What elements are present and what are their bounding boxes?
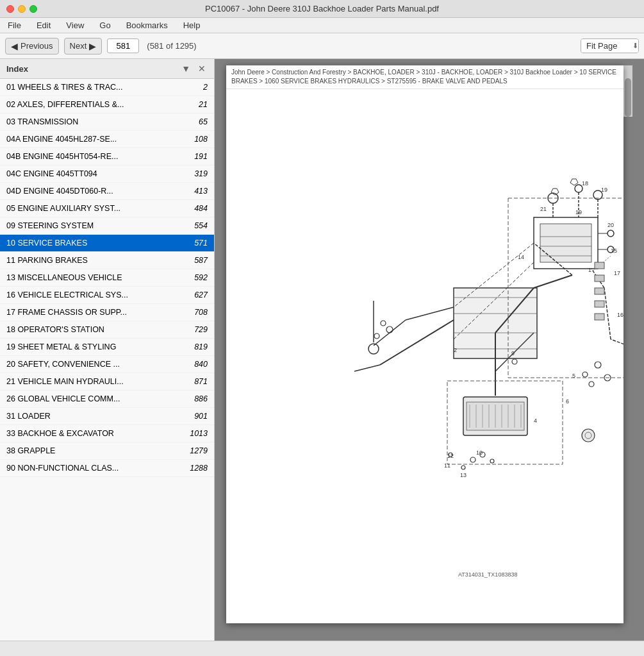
sidebar-item-8[interactable]: 09 STEERING SYSTEM554	[0, 217, 214, 235]
sidebar-close-icon[interactable]: ✕	[196, 63, 208, 74]
sidebar-item-18[interactable]: 26 GLOBAL VEHICLE COMM...886	[0, 391, 214, 408]
sidebar-item-page-15: 819	[185, 342, 208, 351]
sidebar-item-0[interactable]: 01 WHEELS & TIRES & TRAC...2	[0, 79, 214, 96]
page-number-input[interactable]	[107, 38, 139, 53]
toolbar: ◀ Previous Next ▶ (581 of 1295) Fit Page…	[0, 33, 644, 59]
menu-help[interactable]: Help	[181, 19, 203, 31]
sidebar-item-label-16: 20 SAFETY, CONVENIENCE ...	[6, 360, 185, 369]
sidebar-item-label-20: 33 BACKHOE & EXCAVATOR	[6, 429, 185, 438]
sidebar-item-label-14: 18 OPERATOR'S STATION	[6, 325, 185, 334]
sidebar-item-label-7: 05 ENGINE AUXILIARY SYST...	[6, 204, 185, 213]
sidebar-item-21[interactable]: 38 GRAPPLE1279	[0, 442, 214, 460]
sidebar-item-label-2: 03 TRANSMISSION	[6, 117, 185, 126]
sidebar-item-19[interactable]: 31 LOADER901	[0, 408, 214, 425]
scroll-thumb[interactable]	[625, 78, 631, 117]
sidebar-item-7[interactable]: 05 ENGINE AUXILIARY SYST...484	[0, 200, 214, 217]
next-arrow-icon: ▶	[89, 41, 96, 51]
sidebar-item-label-5: 04C ENGINE 4045TT094	[6, 169, 185, 178]
menu-bar: File Edit View Go Bookmarks Help	[0, 18, 644, 33]
main-layout: Index ▼ ✕ 01 WHEELS & TIRES & TRAC...202…	[0, 59, 644, 641]
sidebar-collapse-icon[interactable]: ▼	[179, 63, 192, 74]
svg-text:17: 17	[614, 270, 620, 276]
svg-rect-105	[595, 314, 604, 320]
maximize-button[interactable]	[29, 5, 37, 13]
minimize-button[interactable]	[18, 5, 26, 13]
svg-text:AT314031_TX1083838: AT314031_TX1083838	[458, 571, 517, 578]
svg-text:19: 19	[575, 209, 582, 215]
next-button[interactable]: Next ▶	[64, 38, 103, 55]
sidebar-item-page-3: 108	[185, 135, 208, 144]
menu-view[interactable]: View	[63, 19, 87, 31]
sidebar-item-page-1: 21	[185, 100, 208, 109]
sidebar-item-label-22: 90 NON-FUNCTIONAL CLAS...	[6, 464, 185, 473]
sidebar-item-14[interactable]: 18 OPERATOR'S STATION729	[0, 321, 214, 339]
menu-bookmarks[interactable]: Bookmarks	[124, 19, 170, 31]
sidebar-item-label-6: 04D ENGINE 4045DT060-R...	[6, 187, 185, 196]
svg-rect-103	[595, 288, 604, 294]
svg-text:18: 18	[582, 180, 588, 187]
traffic-lights	[6, 5, 37, 13]
fit-page-select[interactable]: Fit Page Fit Width 50% 75% 100% 150%	[581, 39, 639, 53]
pdf-page: John Deere > Construction And Forestry >…	[226, 65, 623, 623]
sidebar-item-13[interactable]: 17 FRAME CHASSIS OR SUPP...708	[0, 304, 214, 321]
sidebar-item-15[interactable]: 19 SHEET METAL & STYLING819	[0, 339, 214, 356]
sidebar-item-label-8: 09 STEERING SYSTEM	[6, 221, 185, 230]
scrollbar[interactable]	[623, 65, 632, 117]
close-button[interactable]	[6, 5, 14, 13]
svg-text:16: 16	[617, 312, 623, 318]
sidebar-item-page-17: 871	[185, 377, 208, 386]
sidebar-item-1[interactable]: 02 AXLES, DIFFERENTIALS &...21	[0, 96, 214, 114]
sidebar-item-page-7: 484	[185, 204, 208, 213]
sidebar-item-page-19: 901	[185, 412, 208, 421]
previous-label: Previous	[21, 41, 53, 51]
sidebar-item-label-3: 04A ENGINE 4045HL287-SE...	[6, 135, 185, 144]
previous-arrow-icon: ◀	[11, 41, 18, 51]
svg-rect-0	[226, 89, 623, 621]
svg-text:14: 14	[518, 254, 524, 260]
svg-text:10: 10	[476, 450, 483, 456]
sidebar-controls: ▼ ✕	[179, 63, 208, 74]
sidebar-item-3[interactable]: 04A ENGINE 4045HL287-SE...108	[0, 131, 214, 148]
sidebar-item-16[interactable]: 20 SAFETY, CONVENIENCE ...840	[0, 356, 214, 373]
sidebar-item-17[interactable]: 21 VEHICLE MAIN HYDRAULI...871	[0, 373, 214, 391]
sidebar-item-11[interactable]: 13 MISCELLANEOUS VEHICLE592	[0, 269, 214, 287]
sidebar-item-label-1: 02 AXLES, DIFFERENTIALS &...	[6, 100, 185, 109]
sidebar-item-6[interactable]: 04D ENGINE 4045DT060-R...413	[0, 183, 214, 200]
svg-text:9: 9	[511, 350, 515, 357]
svg-rect-2	[540, 224, 591, 262]
svg-rect-104	[595, 301, 604, 307]
sidebar-item-22[interactable]: 90 NON-FUNCTIONAL CLAS...1288	[0, 460, 214, 477]
menu-go[interactable]: Go	[97, 19, 113, 31]
title-bar: PC10067 - John Deere 310J Backhoe Loader…	[0, 0, 644, 18]
svg-text:1: 1	[588, 267, 591, 273]
svg-rect-102	[595, 275, 604, 282]
diagram-svg: 19 18 19 21 20	[226, 89, 623, 621]
sidebar-item-page-20: 1013	[185, 429, 208, 438]
sidebar-item-label-18: 26 GLOBAL VEHICLE COMM...	[6, 394, 185, 403]
window-title: PC10067 - John Deere 310J Backhoe Loader…	[205, 4, 439, 13]
svg-text:21: 21	[540, 206, 547, 212]
svg-text:20: 20	[607, 222, 614, 228]
sidebar-item-2[interactable]: 03 TRANSMISSION65	[0, 114, 214, 131]
sidebar-item-label-15: 19 SHEET METAL & STYLING	[6, 342, 185, 351]
sidebar-item-page-12: 627	[185, 290, 208, 299]
sidebar-item-page-0: 2	[185, 83, 208, 92]
sidebar-item-5[interactable]: 04C ENGINE 4045TT094319	[0, 165, 214, 183]
menu-file[interactable]: File	[5, 19, 24, 31]
sidebar-item-label-9: 10 SERVICE BRAKES	[6, 239, 185, 248]
content-area[interactable]: John Deere > Construction And Forestry >…	[215, 59, 644, 641]
sidebar-item-9[interactable]: 10 SERVICE BRAKES571	[0, 235, 214, 252]
fit-select-wrapper: Fit Page Fit Width 50% 75% 100% 150% ⬇	[581, 38, 639, 53]
sidebar-item-page-16: 840	[185, 360, 208, 369]
sidebar-item-page-22: 1288	[185, 464, 208, 473]
svg-text:2: 2	[454, 347, 457, 353]
sidebar-item-10[interactable]: 11 PARKING BRAKES587	[0, 252, 214, 269]
sidebar-item-20[interactable]: 33 BACKHOE & EXCAVATOR1013	[0, 425, 214, 442]
menu-edit[interactable]: Edit	[34, 19, 53, 31]
sidebar-item-12[interactable]: 16 VEHICLE ELECTRICAL SYS...627	[0, 287, 214, 304]
sidebar-item-4[interactable]: 04B ENGINE 4045HT054-RE...191	[0, 148, 214, 165]
sidebar-item-label-0: 01 WHEELS & TIRES & TRAC...	[6, 83, 185, 92]
previous-button[interactable]: ◀ Previous	[5, 38, 59, 55]
sidebar: Index ▼ ✕ 01 WHEELS & TIRES & TRAC...202…	[0, 59, 215, 641]
sidebar-item-page-8: 554	[185, 221, 208, 230]
